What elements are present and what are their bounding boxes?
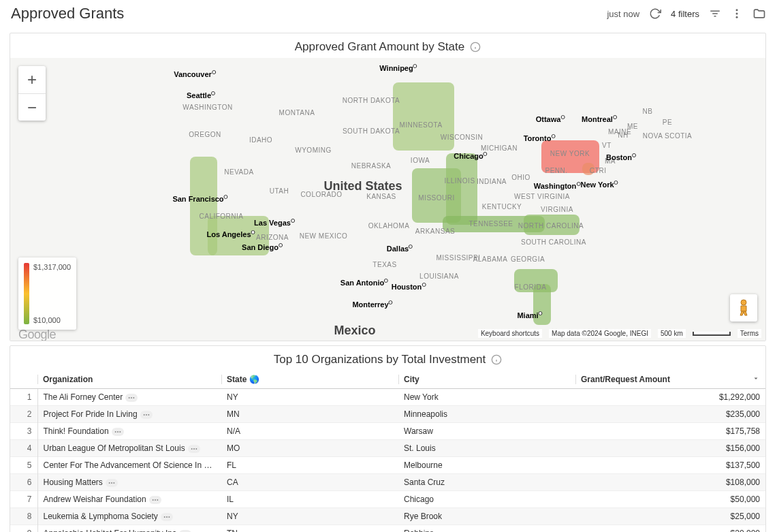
col-city[interactable]: City [398,371,575,389]
country-mx: Mexico [334,324,375,338]
svg-point-27 [113,482,114,484]
state-label: SOUTH CAROLINA [521,238,586,246]
keyboard-shortcuts-link[interactable]: Keyboard shortcuts [478,329,542,338]
table-row[interactable]: 5Center For The Advancement Of Science I… [10,457,765,474]
state-label: KANSAS [366,193,396,200]
row-actions-icon[interactable] [161,513,173,521]
zoom-out-button[interactable]: − [18,93,46,121]
table-row[interactable]: 2Project For Pride In LivingMNMinneapoli… [10,406,765,423]
table-header-row: Organization State 🌎 City Grant/Request … [10,371,765,389]
map-attribution: Keyboard shortcuts Map data ©2024 Google… [478,329,761,338]
streetview-pegman[interactable] [730,294,757,322]
zoom-in-button[interactable]: + [18,66,46,93]
svg-point-25 [109,482,110,484]
map[interactable]: + − $1,317,000 $10,000 Google Keyboard s… [10,58,765,341]
col-amount[interactable]: Grant/Request Amount [575,371,765,389]
state-label: OKLAHOMA [368,222,410,230]
col-state[interactable]: State 🌎 [221,371,398,389]
filter-icon[interactable] [709,7,721,20]
state-label: NEBRASKA [351,162,391,170]
row-actions-icon[interactable] [106,479,118,487]
row-actions-icon[interactable] [112,428,124,436]
cell-amount: $156,000 [575,440,765,457]
state-label: FLORIDA [515,283,547,291]
map-legend: $1,317,000 $10,000 [18,257,76,330]
state-label: LOUISIANA [419,272,459,280]
svg-point-1 [736,13,738,15]
state-label: RI [599,167,607,174]
state-label: PE [663,119,672,126]
svg-point-31 [163,516,165,518]
state-label: VIRGINIA [541,206,573,213]
state-label: WISCONSIN [441,134,483,141]
city-label: Montreal [582,115,613,123]
state-label: NH [618,131,628,139]
svg-point-33 [168,516,170,518]
state-label: MONTANA [279,109,315,116]
info-icon[interactable] [470,42,481,52]
table-row[interactable]: 1The Ali Forney CenterNYNew York$1,292,0… [10,389,765,406]
svg-point-28 [152,499,153,501]
state-label: IOWA [411,157,430,164]
svg-point-12 [133,397,135,398]
cell-rownum: 2 [10,406,37,423]
cell-state: MN [221,406,398,423]
header: Approved Grants just now 4 filters [0,0,777,27]
cell-amount: $235,000 [575,406,765,423]
refresh-icon[interactable] [649,7,661,20]
terms-link[interactable]: Terms [738,329,761,338]
state-highlight [541,140,599,173]
country-us: United States [323,179,402,193]
row-actions-icon[interactable] [140,411,153,419]
state-label: PENN. [545,167,567,174]
cell-city: Chicago [398,491,575,508]
city-label: Vancouver [174,70,212,78]
city-label: Ottawa [536,115,561,123]
cell-city: Warsaw [398,423,575,440]
city-label: Toronto [524,134,552,142]
state-label: NB [643,108,653,115]
last-refresh-timestamp: just now [607,9,639,19]
city-label: Dallas [387,245,409,253]
table-row[interactable]: 7Andrew Weishar FoundationILChicago$50,0… [10,491,765,508]
filters-label[interactable]: 4 filters [671,9,699,19]
row-actions-icon[interactable] [149,496,161,504]
more-vert-icon[interactable] [731,7,743,20]
state-highlight [443,216,545,232]
state-label: ILLINOIS [444,177,475,185]
cell-organization: Urban League Of Metropolitan St Louis [37,440,221,457]
state-label: WEST VIRGINIA [514,193,570,200]
header-toolbar: just now 4 filters [607,7,766,20]
cell-city: Minneapolis [398,406,575,423]
state-highlight [514,269,558,292]
state-label: NORTH CAROLINA [518,222,584,230]
svg-point-17 [117,431,118,433]
svg-point-10 [129,397,130,398]
table-row[interactable]: 4Urban League Of Metropolitan St LouisMO… [10,440,765,457]
table-row[interactable]: 3Think! FoundationN/AWarsaw$175,758 [10,423,765,440]
sort-desc-icon[interactable] [752,375,760,385]
state-label: CALIFORNIA [199,213,243,220]
legend-labels: $1,317,000 $10,000 [33,263,71,324]
row-actions-icon[interactable] [188,445,200,453]
state-label: MISSISSIPPI [437,254,481,262]
row-actions-icon[interactable] [219,462,221,470]
folder-icon[interactable] [752,7,766,20]
cell-state: IL [221,491,398,508]
scale-label: 500 km [658,329,686,338]
table-row[interactable]: 6Housing MattersCASanta Cruz$108,000 [10,474,765,491]
table-row[interactable]: 8Leukemia & Lymphoma SocietyNYRye Brook$… [10,508,765,525]
cell-rownum: 1 [10,389,37,406]
city-label: Boston [606,153,632,161]
col-organization[interactable]: Organization [37,371,221,389]
cell-amount: $108,000 [575,474,765,491]
state-highlight [412,168,461,223]
svg-point-15 [148,414,149,416]
state-label: ARKANSAS [415,228,455,235]
state-label: MINNESOTA [399,121,442,129]
info-icon[interactable] [491,354,502,365]
state-label: MISSOURI [418,194,454,202]
map-panel: Approved Grant Amount by State + − $1,31… [10,33,766,341]
row-actions-icon[interactable] [125,394,138,402]
table-row[interactable]: 9Appalachia Habitat For Humanity IncTNRo… [10,525,765,533]
